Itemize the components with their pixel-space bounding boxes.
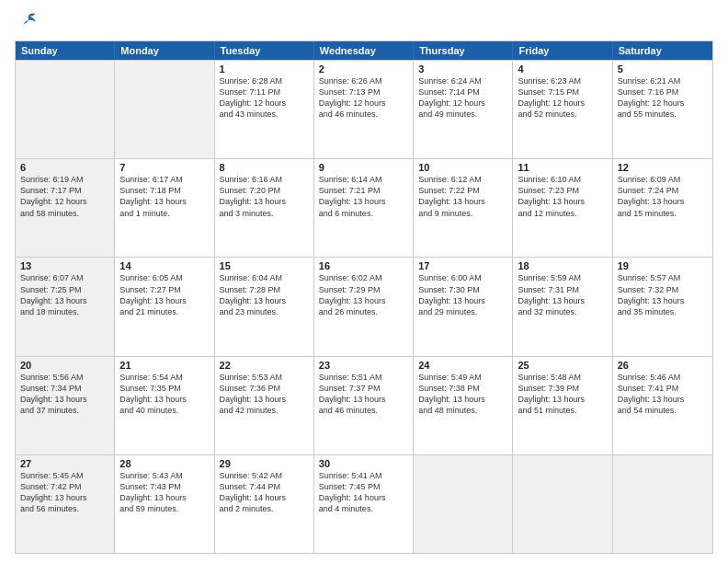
calendar-cell	[513, 455, 612, 553]
calendar-cell	[414, 455, 513, 553]
calendar-week-4: 20Sunrise: 5:56 AM Sunset: 7:34 PM Dayli…	[16, 356, 712, 454]
day-info: Sunrise: 5:54 AM Sunset: 7:35 PM Dayligh…	[119, 372, 209, 417]
day-number: 3	[418, 63, 507, 75]
logo-bird-icon	[17, 11, 37, 31]
calendar-cell: 18Sunrise: 5:59 AM Sunset: 7:31 PM Dayli…	[513, 258, 612, 355]
calendar-cell: 4Sunrise: 6:23 AM Sunset: 7:15 PM Daylig…	[513, 61, 612, 158]
day-number: 19	[618, 260, 708, 271]
day-number: 21	[119, 360, 209, 371]
day-info: Sunrise: 6:12 AM Sunset: 7:22 PM Dayligh…	[418, 174, 507, 219]
calendar-cell: 29Sunrise: 5:42 AM Sunset: 7:44 PM Dayli…	[215, 455, 314, 553]
calendar-cell: 26Sunrise: 5:46 AM Sunset: 7:41 PM Dayli…	[613, 357, 712, 454]
day-info: Sunrise: 6:24 AM Sunset: 7:14 PM Dayligh…	[418, 75, 507, 121]
day-info: Sunrise: 5:45 AM Sunset: 7:42 PM Dayligh…	[20, 470, 109, 515]
day-info: Sunrise: 6:04 AM Sunset: 7:28 PM Dayligh…	[220, 272, 309, 317]
day-info: Sunrise: 6:09 AM Sunset: 7:24 PM Dayligh…	[618, 174, 708, 219]
day-number: 9	[319, 162, 408, 173]
calendar: SundayMondayTuesdayWednesdayThursdayFrid…	[15, 40, 713, 554]
day-number: 8	[220, 162, 309, 173]
logo	[15, 11, 39, 35]
day-info: Sunrise: 6:14 AM Sunset: 7:21 PM Dayligh…	[319, 174, 408, 219]
day-number: 24	[418, 360, 507, 371]
header-day-sunday: Sunday	[16, 41, 115, 60]
header	[15, 11, 713, 35]
day-info: Sunrise: 5:46 AM Sunset: 7:41 PM Dayligh…	[618, 372, 708, 417]
calendar-cell: 20Sunrise: 5:56 AM Sunset: 7:34 PM Dayli…	[16, 357, 115, 454]
calendar-cell: 25Sunrise: 5:48 AM Sunset: 7:39 PM Dayli…	[513, 357, 612, 454]
calendar-cell: 21Sunrise: 5:54 AM Sunset: 7:35 PM Dayli…	[115, 357, 214, 454]
day-info: Sunrise: 6:23 AM Sunset: 7:15 PM Dayligh…	[518, 75, 607, 121]
day-number: 16	[319, 260, 408, 271]
header-day-monday: Monday	[115, 41, 214, 60]
day-number: 11	[518, 162, 607, 173]
day-info: Sunrise: 6:00 AM Sunset: 7:30 PM Dayligh…	[418, 272, 507, 317]
day-number: 20	[20, 360, 109, 371]
day-info: Sunrise: 6:05 AM Sunset: 7:27 PM Dayligh…	[119, 272, 209, 317]
day-info: Sunrise: 5:48 AM Sunset: 7:39 PM Dayligh…	[518, 372, 607, 417]
day-number: 6	[20, 162, 109, 173]
calendar-cell: 23Sunrise: 5:51 AM Sunset: 7:37 PM Dayli…	[314, 357, 414, 454]
calendar-cell: 19Sunrise: 5:57 AM Sunset: 7:32 PM Dayli…	[613, 258, 712, 355]
day-info: Sunrise: 5:57 AM Sunset: 7:32 PM Dayligh…	[618, 272, 708, 317]
day-number: 15	[220, 260, 309, 271]
calendar-cell: 15Sunrise: 6:04 AM Sunset: 7:28 PM Dayli…	[215, 258, 314, 355]
calendar-cell: 30Sunrise: 5:41 AM Sunset: 7:45 PM Dayli…	[314, 455, 414, 553]
calendar-header: SundayMondayTuesdayWednesdayThursdayFrid…	[16, 41, 712, 60]
day-info: Sunrise: 6:26 AM Sunset: 7:13 PM Dayligh…	[319, 75, 408, 121]
header-day-friday: Friday	[513, 41, 612, 60]
day-number: 2	[319, 63, 408, 75]
day-info: Sunrise: 5:42 AM Sunset: 7:44 PM Dayligh…	[220, 470, 309, 515]
day-number: 30	[319, 458, 408, 469]
calendar-cell: 13Sunrise: 6:07 AM Sunset: 7:25 PM Dayli…	[16, 258, 115, 355]
day-number: 28	[119, 458, 209, 469]
calendar-cell: 10Sunrise: 6:12 AM Sunset: 7:22 PM Dayli…	[414, 159, 513, 257]
day-info: Sunrise: 5:51 AM Sunset: 7:37 PM Dayligh…	[319, 372, 408, 417]
day-info: Sunrise: 5:59 AM Sunset: 7:31 PM Dayligh…	[518, 272, 607, 317]
calendar-cell: 27Sunrise: 5:45 AM Sunset: 7:42 PM Dayli…	[16, 455, 115, 553]
day-info: Sunrise: 6:28 AM Sunset: 7:11 PM Dayligh…	[220, 75, 309, 121]
day-info: Sunrise: 5:43 AM Sunset: 7:43 PM Dayligh…	[119, 470, 209, 515]
calendar-cell: 3Sunrise: 6:24 AM Sunset: 7:14 PM Daylig…	[414, 61, 513, 158]
day-number: 7	[119, 162, 209, 173]
calendar-cell: 7Sunrise: 6:17 AM Sunset: 7:18 PM Daylig…	[115, 159, 214, 257]
day-info: Sunrise: 5:49 AM Sunset: 7:38 PM Dayligh…	[418, 372, 507, 417]
day-number: 12	[618, 162, 708, 173]
calendar-cell: 16Sunrise: 6:02 AM Sunset: 7:29 PM Dayli…	[314, 258, 414, 355]
calendar-cell	[613, 455, 712, 553]
calendar-cell: 1Sunrise: 6:28 AM Sunset: 7:11 PM Daylig…	[215, 61, 314, 158]
day-number: 25	[518, 360, 607, 371]
day-info: Sunrise: 5:41 AM Sunset: 7:45 PM Dayligh…	[319, 470, 408, 515]
calendar-week-3: 13Sunrise: 6:07 AM Sunset: 7:25 PM Dayli…	[16, 257, 712, 355]
header-day-tuesday: Tuesday	[215, 41, 314, 60]
day-number: 17	[418, 260, 507, 271]
day-info: Sunrise: 5:56 AM Sunset: 7:34 PM Dayligh…	[20, 372, 109, 417]
day-number: 1	[220, 63, 309, 75]
calendar-week-5: 27Sunrise: 5:45 AM Sunset: 7:42 PM Dayli…	[16, 454, 712, 553]
calendar-cell: 14Sunrise: 6:05 AM Sunset: 7:27 PM Dayli…	[115, 258, 214, 355]
calendar-body: 1Sunrise: 6:28 AM Sunset: 7:11 PM Daylig…	[16, 60, 712, 553]
calendar-cell: 28Sunrise: 5:43 AM Sunset: 7:43 PM Dayli…	[115, 455, 214, 553]
day-number: 29	[220, 458, 309, 469]
calendar-week-2: 6Sunrise: 6:19 AM Sunset: 7:17 PM Daylig…	[16, 158, 712, 257]
calendar-week-1: 1Sunrise: 6:28 AM Sunset: 7:11 PM Daylig…	[16, 60, 712, 158]
day-info: Sunrise: 6:07 AM Sunset: 7:25 PM Dayligh…	[20, 272, 109, 317]
calendar-cell	[16, 61, 115, 158]
header-day-thursday: Thursday	[414, 41, 513, 60]
day-info: Sunrise: 6:16 AM Sunset: 7:20 PM Dayligh…	[220, 174, 309, 219]
day-number: 4	[518, 63, 607, 75]
header-day-wednesday: Wednesday	[314, 41, 414, 60]
day-info: Sunrise: 6:17 AM Sunset: 7:18 PM Dayligh…	[119, 174, 209, 219]
day-number: 5	[618, 63, 708, 75]
calendar-cell: 9Sunrise: 6:14 AM Sunset: 7:21 PM Daylig…	[314, 159, 414, 257]
calendar-cell: 2Sunrise: 6:26 AM Sunset: 7:13 PM Daylig…	[314, 61, 414, 158]
calendar-cell: 5Sunrise: 6:21 AM Sunset: 7:16 PM Daylig…	[613, 61, 712, 158]
calendar-cell: 17Sunrise: 6:00 AM Sunset: 7:30 PM Dayli…	[414, 258, 513, 355]
day-number: 26	[618, 360, 708, 371]
day-number: 14	[119, 260, 209, 271]
day-number: 22	[220, 360, 309, 371]
day-number: 27	[20, 458, 109, 469]
day-info: Sunrise: 5:53 AM Sunset: 7:36 PM Dayligh…	[220, 372, 309, 417]
day-number: 13	[20, 260, 109, 271]
calendar-cell: 8Sunrise: 6:16 AM Sunset: 7:20 PM Daylig…	[215, 159, 314, 257]
page: SundayMondayTuesdayWednesdayThursdayFrid…	[0, 0, 728, 563]
